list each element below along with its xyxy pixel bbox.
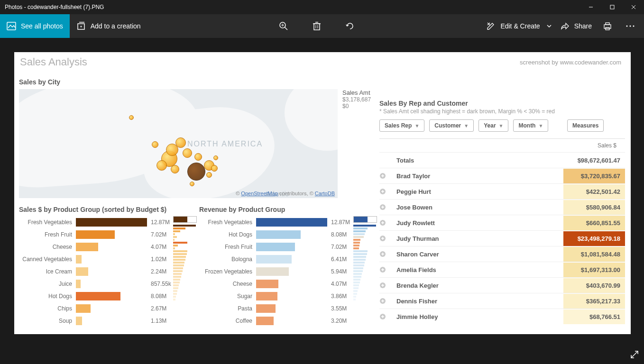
expand-icon[interactable]: [379, 235, 396, 242]
bar-label: Pasta: [199, 305, 256, 312]
resize-grip-icon[interactable]: [630, 350, 639, 359]
bar-row[interactable]: Fresh Vegetables12.87M: [199, 216, 365, 228]
openstreetmap-link[interactable]: OpenStreetMap: [241, 191, 278, 196]
bar-value: 6.41M: [327, 256, 347, 263]
sales-by-product-chart[interactable]: Fresh Vegetables12.87MFresh Fruit7.02MCh…: [19, 216, 185, 327]
filter-year[interactable]: Year▼: [478, 119, 508, 132]
rep-name: Dennis Fisher: [396, 298, 563, 305]
sales-by-city-map[interactable]: NORTH AMERICA Atlantic © Open: [19, 89, 338, 198]
bar-row[interactable]: Juice857.55k: [19, 278, 185, 290]
bar-value: 7.02M: [147, 231, 166, 238]
share-button[interactable]: Share: [560, 14, 592, 38]
expand-icon[interactable]: [379, 204, 396, 210]
table-row[interactable]: Sharon Carver$1,081,584.48: [379, 246, 625, 262]
expand-icon[interactable]: [379, 313, 396, 320]
more-button[interactable]: [623, 25, 637, 27]
table-row[interactable]: Judy Thurman$23,498,279.18: [379, 230, 625, 246]
see-all-photos-button[interactable]: See all photos: [0, 14, 70, 38]
bar-row[interactable]: Cheese4.07M: [199, 278, 365, 290]
expand-icon[interactable]: [379, 173, 396, 179]
revenue-by-product-chart[interactable]: Fresh Vegetables12.87MHot Dogs8.08MFresh…: [199, 216, 365, 327]
edit-create-button[interactable]: Edit & Create: [486, 14, 551, 38]
bar-row[interactable]: Chips2.67M: [19, 302, 185, 315]
rep-sales-value: $365,217.33: [563, 294, 625, 309]
zoom-button[interactable]: [276, 21, 291, 31]
map-legend: Sales Amt $3,178,687 $0: [342, 89, 371, 109]
bar-label: Soup: [19, 318, 76, 324]
bar-label: Cheese: [199, 281, 256, 287]
filter-customer[interactable]: Customer▼: [429, 119, 474, 132]
print-button[interactable]: [600, 22, 615, 30]
bar-value: 7.02M: [327, 244, 347, 250]
bar-row[interactable]: Ice Cream2.24M: [19, 265, 185, 278]
table-row[interactable]: Judy Rowlett$660,851.55: [379, 215, 625, 230]
table-row[interactable]: Brad Taylor$3,720,835.67: [379, 168, 625, 183]
window-close-button[interactable]: [623, 0, 644, 14]
expand-icon[interactable]: [379, 266, 396, 273]
table-row[interactable]: Amelia Fields$1,697,313.00: [379, 262, 625, 277]
bar-value: 8.08M: [147, 293, 166, 300]
expand-icon[interactable]: [379, 219, 396, 226]
bar-value: 12.87M: [147, 219, 170, 226]
bar-row[interactable]: Hot Dogs8.08M: [199, 228, 365, 241]
window-maximize-button[interactable]: [601, 0, 623, 14]
measures-button[interactable]: Measures: [567, 119, 604, 132]
bar-value: 12.87M: [327, 219, 350, 226]
legend-title: Sales Amt: [342, 89, 371, 96]
dashboard-sheet: Sales Analysis screenshot by www.codewan…: [14, 52, 631, 334]
bar-row[interactable]: Cheese4.07M: [19, 241, 185, 253]
rep-sales-value: $23,498,279.18: [563, 231, 625, 246]
bar-row[interactable]: Bologna6.41M: [199, 253, 365, 265]
bar-row[interactable]: Fresh Fruit7.02M: [19, 228, 185, 241]
table-row[interactable]: Brenda Kegler$403,670.99: [379, 277, 625, 293]
add-to-creation-label: Add to a creation: [91, 22, 141, 30]
page-title: Sales Analysis: [20, 56, 87, 68]
expand-icon[interactable]: [379, 188, 396, 195]
chevron-down-icon: ▼: [538, 123, 543, 128]
rep-name: Jose Bowen: [396, 204, 563, 211]
bar-row[interactable]: Hot Dogs8.08M: [19, 290, 185, 302]
bar-row[interactable]: Canned Vegetables1.02M: [19, 253, 185, 265]
bar-row[interactable]: Coffee3.20M: [199, 315, 365, 327]
bar-label: Frozen Vegetables: [199, 268, 256, 275]
bar-row[interactable]: Frozen Vegetables5.94M: [199, 265, 365, 278]
table-row[interactable]: Peggie Hurt$422,501.42: [379, 183, 625, 199]
expand-icon[interactable]: [379, 298, 396, 304]
bar-row[interactable]: Pasta3.55M: [199, 302, 365, 315]
cartodb-link[interactable]: CartoDB: [315, 191, 335, 196]
bar-label: Ice Cream: [19, 268, 76, 275]
revenue-by-product-minimap[interactable]: [353, 216, 377, 301]
credit-label: screenshot by www.codewander.com: [520, 59, 621, 66]
rep-name: Brad Taylor: [396, 173, 563, 180]
rotate-button[interactable]: [343, 21, 357, 31]
bar-value: 2.67M: [147, 305, 166, 312]
svg-point-24: [630, 26, 631, 27]
table-row[interactable]: Dennis Fisher$365,217.33: [379, 293, 625, 309]
column-sales: Sales $: [598, 142, 625, 149]
sales-by-product-minimap[interactable]: [173, 216, 197, 301]
filter-sales-rep[interactable]: Sales Rep▼: [379, 119, 424, 132]
rep-name: Sharon Carver: [396, 251, 563, 258]
map-label-north-america: NORTH AMERICA: [187, 140, 263, 148]
table-row[interactable]: Jose Bowen$580,906.84: [379, 199, 625, 215]
bar-row[interactable]: Soup1.13M: [19, 315, 185, 327]
bar-label: Fresh Vegetables: [19, 219, 76, 226]
bar-value: 5.94M: [327, 268, 347, 275]
bar-row[interactable]: Fresh Vegetables12.87M: [19, 216, 185, 228]
window-minimize-button[interactable]: [580, 0, 601, 14]
share-icon: [560, 22, 570, 30]
bar-label: Coffee: [199, 318, 256, 324]
sales-by-city-title: Sales by City: [19, 78, 60, 86]
expand-icon[interactable]: [379, 251, 396, 257]
expand-icon[interactable]: [379, 282, 396, 289]
filter-month[interactable]: Month▼: [513, 119, 548, 132]
svg-rect-21: [606, 23, 609, 25]
bar-row[interactable]: Fresh Fruit7.02M: [199, 241, 365, 253]
add-to-creation-button[interactable]: Add to a creation: [70, 14, 147, 38]
svg-line-10: [285, 27, 287, 30]
table-row[interactable]: Jimmie Holley$68,766.51: [379, 309, 625, 324]
totals-label: Totals: [396, 157, 563, 164]
delete-button[interactable]: [310, 21, 324, 31]
bar-row[interactable]: Sugar3.86M: [199, 290, 365, 302]
bar-label: Hot Dogs: [19, 293, 76, 300]
